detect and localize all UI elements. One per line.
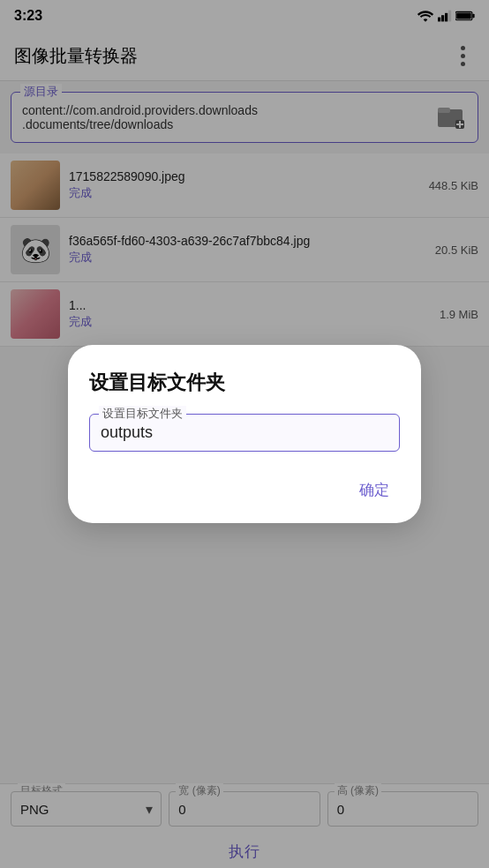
dialog-title: 设置目标文件夹: [89, 370, 400, 396]
set-target-folder-dialog: 设置目标文件夹 设置目标文件夹 确定: [68, 345, 421, 523]
dialog-actions: 确定: [89, 468, 400, 507]
dialog-overlay: 设置目标文件夹 设置目标文件夹 确定: [0, 0, 489, 868]
dialog-folder-input[interactable]: [101, 423, 388, 442]
dialog-confirm-button[interactable]: 确定: [349, 473, 400, 507]
dialog-field[interactable]: 设置目标文件夹: [89, 414, 400, 452]
dialog-field-label: 设置目标文件夹: [99, 406, 186, 422]
